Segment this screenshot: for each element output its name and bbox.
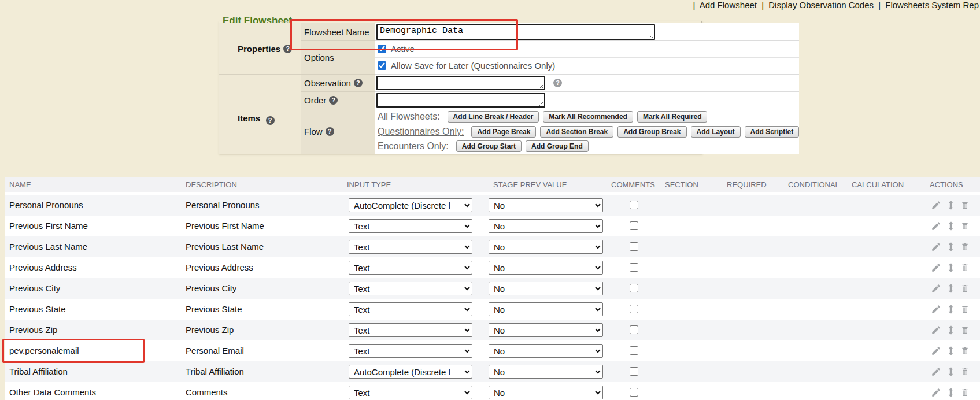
stage-prev-value-select[interactable]: No [489,240,603,254]
move-reorder-icon[interactable] [947,304,955,314]
delete-trash-icon[interactable] [960,325,970,335]
comments-checkbox[interactable] [630,284,638,292]
table-row: Previous Zip Previous Zip Text No [5,320,980,340]
input-type-select[interactable]: Text [349,386,472,399]
delete-trash-icon[interactable] [960,221,970,231]
edit-pencil-icon[interactable] [931,366,941,377]
properties-label: Properties [238,44,280,54]
input-type-select[interactable]: Text [349,344,472,358]
stage-prev-value-select[interactable]: No [489,219,603,233]
move-reorder-icon[interactable] [947,221,955,231]
delete-trash-icon[interactable] [960,262,970,273]
option-allow-save: Allow Save for Later (Questionnaires Onl… [375,58,799,74]
delete-trash-icon[interactable] [960,387,970,398]
stage-prev-value-select[interactable]: No [489,282,603,295]
row-actions [931,216,970,236]
mark-all-recommended-button[interactable]: Mark All Recommended [543,111,633,123]
add-section-break-button[interactable]: Add Section Break [540,126,613,138]
add-group-start-button[interactable]: Add Group Start [456,140,522,152]
input-type-select[interactable]: Text [349,219,472,233]
input-type-select[interactable]: Text [349,282,472,295]
comments-checkbox[interactable] [630,305,638,313]
observation-help-icon[interactable]: ? [354,79,363,87]
add-group-end-button[interactable]: Add Group End [526,140,589,152]
stage-prev-value-select[interactable]: No [489,365,603,379]
observation-label: Observation ? [301,74,375,91]
delete-trash-icon[interactable] [960,283,970,294]
input-type-select[interactable]: Text [349,240,472,254]
observation-field-help-icon[interactable]: ? [553,79,562,87]
delete-trash-icon[interactable] [960,242,970,252]
allow-save-checkbox[interactable] [378,61,386,70]
input-type-select[interactable]: AutoComplete (Discrete l [349,365,472,379]
comments-checkbox[interactable] [630,367,638,376]
table-row: Personal Pronouns Personal Pronouns Auto… [5,195,980,216]
edit-pencil-icon[interactable] [931,283,941,294]
nav-link-display-observation-codes[interactable]: Display Observation Codes [768,0,874,10]
table-row: Previous State Previous State Text No [5,299,980,320]
move-reorder-icon[interactable] [947,366,955,377]
order-help-icon[interactable]: ? [329,96,338,105]
edit-pencil-icon[interactable] [931,262,941,273]
move-reorder-icon[interactable] [947,387,955,398]
move-reorder-icon[interactable] [947,262,955,273]
comments-checkbox[interactable] [630,242,638,251]
stage-prev-value-select[interactable]: No [489,323,603,337]
table-row: Previous First Name Previous First Name … [5,216,980,236]
mark-all-required-button[interactable]: Mark All Required [637,111,708,123]
add-line-break-header-button[interactable]: Add Line Break / Header [448,111,539,123]
edit-pencil-icon[interactable] [931,387,941,398]
edit-pencil-icon[interactable] [931,200,941,210]
stage-prev-value-select[interactable]: No [489,344,603,358]
properties-help-icon[interactable]: ? [283,45,292,53]
order-input[interactable] [376,93,545,108]
add-group-break-button[interactable]: Add Group Break [617,126,686,138]
comments-checkbox[interactable] [630,325,638,334]
stage-prev-value-select[interactable]: No [489,261,603,275]
active-checkbox[interactable] [378,45,386,53]
delete-trash-icon[interactable] [960,304,970,314]
comments-checkbox[interactable] [630,201,638,209]
move-reorder-icon[interactable] [947,242,955,252]
edit-pencil-icon[interactable] [931,304,941,314]
stage-prev-value-select[interactable]: No [489,198,603,212]
table-header: NAME DESCRIPTION INPUT TYPE STAGE PREV V… [5,177,980,192]
stage-prev-value-select[interactable]: No [489,302,603,316]
move-reorder-icon[interactable] [947,346,955,356]
item-description: Previous City [186,278,236,299]
add-scriptlet-button[interactable]: Add Scriptlet [745,126,800,138]
comments-checkbox[interactable] [630,263,638,272]
input-type-select[interactable]: Text [349,302,472,316]
nav-link-flowsheets-system-report[interactable]: Flowsheets System Rep [885,0,979,10]
comments-checkbox[interactable] [630,221,638,230]
move-reorder-icon[interactable] [947,200,955,210]
input-type-select[interactable]: Text [349,323,472,337]
edit-flowsheet-page: { "top_nav": { "separator": "|", "links"… [0,0,980,400]
edit-pencil-icon[interactable] [931,346,941,356]
allow-save-checkbox-label: Allow Save for Later (Questionnaires Onl… [391,61,555,71]
properties-section-label: Properties ? [219,23,301,74]
flow-help-icon[interactable]: ? [326,127,334,136]
stage-prev-value-select[interactable]: No [489,386,603,399]
items-help-icon[interactable]: ? [266,116,275,125]
delete-trash-icon[interactable] [960,366,970,377]
delete-trash-icon[interactable] [960,346,970,356]
flowsheet-name-input[interactable]: Demographic Data [376,24,655,40]
move-reorder-icon[interactable] [947,283,955,294]
add-page-break-button[interactable]: Add Page Break [471,126,536,138]
comments-checkbox[interactable] [630,388,638,397]
item-name: Previous City [9,278,60,299]
edit-pencil-icon[interactable] [931,221,941,231]
add-layout-button[interactable]: Add Layout [691,126,741,138]
move-reorder-icon[interactable] [947,325,955,335]
comments-checkbox[interactable] [630,346,638,355]
input-type-select[interactable]: AutoComplete (Discrete l [349,198,472,212]
edit-pencil-icon[interactable] [931,242,941,252]
observation-input[interactable] [376,76,545,90]
edit-pencil-icon[interactable] [931,325,941,335]
nav-link-add-flowsheet[interactable]: Add Flowsheet [700,0,757,10]
input-type-select[interactable]: Text [349,261,472,275]
delete-trash-icon[interactable] [960,200,970,210]
column-header-calculation: CALCULATION [852,177,904,192]
options-label: Options [301,40,375,74]
